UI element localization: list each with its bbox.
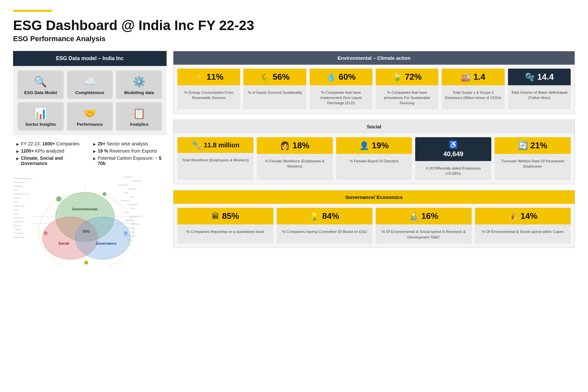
top-bar bbox=[13, 10, 52, 12]
bullet-climate: ▶ Climate, Social and Governance bbox=[16, 155, 87, 166]
card-sector-insights[interactable]: 📊 Sector Insights bbox=[18, 102, 64, 131]
svg-text:Tracking: Tracking bbox=[127, 227, 135, 229]
water-label: Total Volume of Water Withdrawal (Trilli… bbox=[511, 90, 567, 100]
svg-text:Employees: Employees bbox=[14, 217, 24, 219]
workforce-value: 11.8 million bbox=[204, 141, 239, 149]
social-metric-workforce: 🔧 11.8 million Total Workforce (Employee… bbox=[177, 137, 253, 180]
bullet-sector: ▶ 20+ Sector wise analysis bbox=[93, 141, 163, 146]
env-metric-sourcing: 🍃 72% % Companies that have procedures F… bbox=[376, 69, 438, 109]
svg-text:Role: Role bbox=[131, 196, 135, 198]
env-metric-energy: ⚡ 11% % Energy Consumption From Renewabl… bbox=[177, 69, 240, 109]
svg-text:Tracking: Tracking bbox=[14, 228, 21, 230]
card-completeness[interactable]: ☁️ Completeness bbox=[67, 71, 113, 99]
env-metric-water: 🫧 14.4 Total Volume of Water Withdrawal … bbox=[508, 69, 571, 109]
svg-text:Ranking: Ranking bbox=[14, 224, 21, 226]
card-analytics[interactable]: 📋 Analytics bbox=[116, 102, 162, 131]
svg-text:Skills: Skills bbox=[131, 207, 135, 209]
reporting-label: % Companies Reporting on a standalone ba… bbox=[186, 229, 265, 234]
card-performance[interactable]: 🤝 Performance bbox=[67, 102, 113, 131]
inputs-icon: 🌾 bbox=[260, 73, 270, 82]
arrow-icon: ▶ bbox=[16, 142, 19, 146]
svg-text:Governance: Governance bbox=[96, 241, 117, 245]
bullet-col2: ▶ 20+ Sector wise analysis ▶ 19 % Revenu… bbox=[93, 141, 163, 168]
social-metric-female-board: 👤 19% % Female Board Of Directors bbox=[336, 137, 412, 180]
arrow-icon: ▶ bbox=[16, 156, 19, 161]
gov-metric-rnd: 🔬 16% % Of Environmental & Social spend … bbox=[376, 208, 472, 243]
governance-cards: 🏛 85% % Companies Reporting on a standal… bbox=[173, 204, 575, 247]
bullet-kpis: ▶ 1200+ KPIs analyzed bbox=[16, 148, 87, 154]
arrow-icon: ▶ bbox=[93, 149, 96, 154]
svg-text:ESG: ESG bbox=[83, 230, 90, 233]
turnover-value: 21% bbox=[531, 140, 547, 151]
svg-text:Decision: Decision bbox=[14, 197, 21, 199]
social-cards: 🔧 11.8 million Total Workforce (Employee… bbox=[173, 133, 575, 184]
scope-label: Total Scope 1 & Scope 2 Emissions (Billi… bbox=[445, 90, 501, 100]
female-workforce-label: % Female Workforce (Employees & Workers) bbox=[260, 158, 330, 169]
svg-text:Organization: Organization bbox=[14, 181, 25, 183]
svg-text:Organization time: Organization time bbox=[14, 193, 29, 195]
svg-text:Organization: Organization bbox=[14, 220, 25, 222]
svg-text:Date: Date bbox=[131, 231, 135, 233]
svg-point-51 bbox=[124, 231, 128, 235]
svg-point-48 bbox=[56, 196, 61, 202]
svg-text:Organization: Organization bbox=[14, 205, 25, 207]
modelling-data-label: Modelling data bbox=[124, 90, 154, 95]
svg-text:Role: Role bbox=[14, 213, 18, 215]
zld-value: 60% bbox=[339, 72, 356, 82]
card-esg-data-model[interactable]: 🔍 ESG Data Model bbox=[18, 71, 64, 99]
svg-text:Incentives: Incentives bbox=[14, 232, 23, 234]
svg-text:Social: Social bbox=[58, 241, 69, 245]
zld-label: % Companies that have implemented Zero L… bbox=[313, 90, 369, 106]
social-metric-differently-abled: ♿ 40,649 # Of Differently abled Employee… bbox=[415, 137, 491, 180]
svg-text:Environmental: Environmental bbox=[73, 207, 97, 211]
analytics-icon: 📋 bbox=[133, 108, 146, 119]
social-metric-turnover: 🔄 21% Turnover/ Attrition Rate Of Perman… bbox=[495, 137, 571, 180]
svg-point-50 bbox=[44, 231, 48, 235]
completeness-label: Completeness bbox=[75, 90, 105, 95]
rnd-label: % Of Environmental & Social spend in Res… bbox=[379, 229, 468, 239]
water-value: 14.4 bbox=[537, 72, 554, 82]
sector-insights-icon: 📊 bbox=[34, 108, 47, 119]
svg-text:Date: Date bbox=[124, 192, 128, 194]
governance-header: Governance/ Economics bbox=[173, 190, 575, 204]
modelling-data-icon: ⚙️ bbox=[133, 76, 146, 87]
performance-label: Performance bbox=[77, 122, 103, 127]
bullet-carbon: ▶ Potential Carbon Exposure: ~ $ 70b bbox=[93, 155, 163, 166]
turnover-icon: 🔄 bbox=[518, 141, 528, 150]
capex-icon: 💰 bbox=[508, 212, 518, 221]
scope-value: 1.4 bbox=[473, 72, 485, 82]
svg-point-49 bbox=[103, 192, 106, 196]
social-metric-female-workforce: 👩 18% % Female Workforce (Employees & Wo… bbox=[257, 137, 333, 180]
differently-abled-value: 40,649 bbox=[443, 150, 463, 158]
esg-data-model-label: ESG Data Model bbox=[24, 90, 57, 95]
svg-text:Allocation: Allocation bbox=[121, 200, 129, 202]
female-workforce-value: 18% bbox=[292, 140, 309, 151]
energy-icon: ⚡ bbox=[194, 73, 204, 82]
differently-abled-icon: ♿ bbox=[449, 140, 458, 149]
esg-data-model-icon: 🔍 bbox=[34, 76, 47, 87]
female-board-value: 19% bbox=[372, 140, 389, 151]
differently-abled-label: # Of Differently abled Employees (<0.58%… bbox=[418, 166, 488, 176]
card-modelling-data[interactable]: ⚙️ Modelling data bbox=[116, 71, 162, 99]
scope-icon: 🏭 bbox=[461, 73, 471, 82]
svg-text:Date: Date bbox=[14, 189, 18, 191]
gov-metric-capex: 💰 14% % Of Environmental & Social spend … bbox=[475, 208, 571, 243]
venn-diagram: Chief of Management Organization Legisla… bbox=[13, 174, 167, 266]
sourcing-icon: 🍃 bbox=[392, 73, 402, 82]
water-icon: 🫧 bbox=[525, 73, 535, 82]
svg-text:Date: Date bbox=[14, 201, 18, 203]
inputs-value: 56% bbox=[272, 72, 289, 82]
performance-icon: 🤝 bbox=[83, 108, 96, 119]
bullet-col1: ▶ FY 22-23: 1000+ Companies ▶ 1200+ KPIs… bbox=[16, 141, 87, 168]
capex-value: 14% bbox=[520, 211, 537, 221]
svg-text:Organization: Organization bbox=[14, 236, 25, 238]
svg-text:Organization: Organization bbox=[124, 219, 135, 221]
env-metric-inputs: 🌾 56% % of Inputs Sourced Sustainably bbox=[243, 69, 306, 109]
arrow-icon: ▶ bbox=[93, 156, 96, 161]
right-panel: Environmental – Climate action ⚡ 11% % E… bbox=[173, 51, 575, 266]
energy-label: % Energy Consumption From Renewable Sour… bbox=[181, 90, 237, 100]
social-header: Social bbox=[173, 120, 575, 133]
svg-text:Legislation: Legislation bbox=[14, 185, 23, 187]
capex-label: % Of Environmental & Social spend within… bbox=[482, 229, 564, 234]
rnd-value: 16% bbox=[421, 211, 438, 221]
